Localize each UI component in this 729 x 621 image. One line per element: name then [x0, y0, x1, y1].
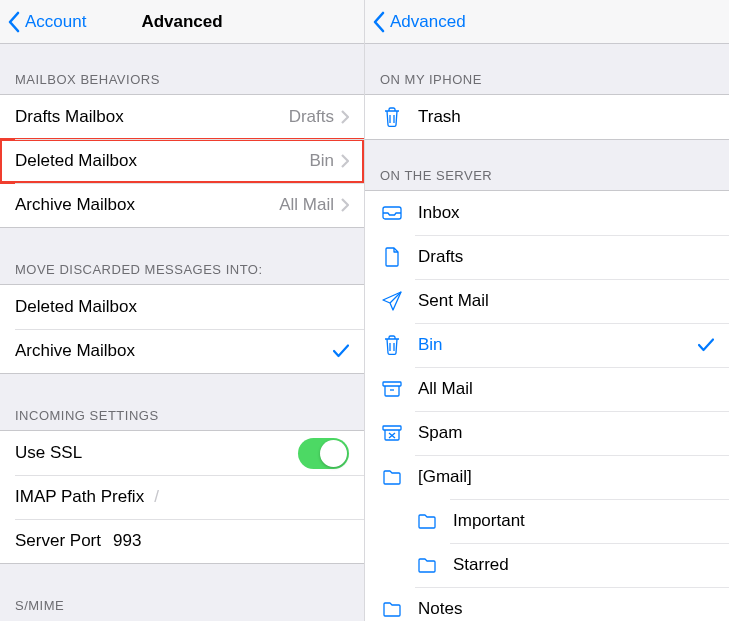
label: Bin	[418, 335, 443, 355]
mailbox-trash-local[interactable]: Trash	[365, 95, 729, 139]
use-ssl-switch[interactable]	[298, 438, 349, 469]
mailbox-picker-panel: Advanced ON MY IPHONE Trash ON THE SERVE…	[365, 0, 729, 621]
trash-icon	[380, 334, 404, 356]
section-header-discarded: MOVE DISCARDED MESSAGES INTO:	[0, 228, 364, 284]
label: IMAP Path Prefix	[15, 487, 144, 507]
inbox-icon	[380, 202, 404, 224]
chevron-right-icon	[341, 110, 349, 124]
mailbox-inbox[interactable]: Inbox	[365, 191, 729, 235]
navbar-left: Account Advanced	[0, 0, 364, 44]
row-imap-prefix[interactable]: IMAP Path Prefix /	[0, 475, 364, 519]
navbar-right: Advanced	[365, 0, 729, 44]
label: Use SSL	[15, 443, 82, 463]
label: Trash	[418, 107, 461, 127]
label: Important	[453, 511, 525, 531]
group-mailbox-behaviors: Drafts Mailbox Drafts Deleted Mailbox Bi…	[0, 94, 364, 228]
label: Spam	[418, 423, 462, 443]
row-archive-mailbox[interactable]: Archive Mailbox All Mail	[0, 183, 364, 227]
folder-icon	[380, 598, 404, 620]
mailbox-all-mail[interactable]: All Mail	[365, 367, 729, 411]
chevron-right-icon	[341, 154, 349, 168]
label: Deleted Mailbox	[15, 297, 137, 317]
section-header-incoming: INCOMING SETTINGS	[0, 374, 364, 430]
value: 993	[113, 531, 141, 551]
label: [Gmail]	[418, 467, 472, 487]
spam-icon	[380, 422, 404, 444]
archivebox-icon	[380, 378, 404, 400]
mailbox-sent[interactable]: Sent Mail	[365, 279, 729, 323]
section-header-on-the-server: ON THE SERVER	[365, 140, 729, 190]
back-label: Account	[25, 12, 86, 32]
section-header-smime: S/MIME	[0, 564, 364, 620]
mailbox-important[interactable]: Important	[365, 499, 729, 543]
value: Drafts	[289, 107, 334, 127]
back-to-advanced[interactable]: Advanced	[373, 11, 466, 33]
group-on-the-server: Inbox Drafts Sent Mail Bin	[365, 190, 729, 621]
paperplane-icon	[380, 290, 404, 312]
checkmark-icon	[333, 344, 349, 358]
row-deleted-mailbox[interactable]: Deleted Mailbox Bin	[0, 139, 364, 183]
label: Archive Mailbox	[15, 341, 135, 361]
folder-icon	[415, 554, 439, 576]
mailbox-notes[interactable]: Notes	[365, 587, 729, 621]
label: Server Port	[15, 531, 101, 551]
trash-icon	[380, 106, 404, 128]
label: Drafts	[418, 247, 463, 267]
mailbox-gmail[interactable]: [Gmail]	[365, 455, 729, 499]
label: Inbox	[418, 203, 460, 223]
value: Bin	[309, 151, 334, 171]
label: Archive Mailbox	[15, 195, 135, 215]
back-label: Advanced	[390, 12, 466, 32]
group-on-my-iphone: Trash	[365, 94, 729, 140]
row-discarded-deleted[interactable]: Deleted Mailbox	[0, 285, 364, 329]
row-discarded-archive[interactable]: Archive Mailbox	[0, 329, 364, 373]
section-header-on-my-iphone: ON MY IPHONE	[365, 44, 729, 94]
value: All Mail	[279, 195, 334, 215]
value: /	[154, 487, 159, 507]
document-icon	[380, 246, 404, 268]
chevron-left-icon	[373, 11, 386, 33]
chevron-left-icon	[8, 11, 21, 33]
group-discarded: Deleted Mailbox Archive Mailbox	[0, 284, 364, 374]
label: All Mail	[418, 379, 473, 399]
back-to-account[interactable]: Account	[8, 11, 86, 33]
mailbox-starred[interactable]: Starred	[365, 543, 729, 587]
row-use-ssl: Use SSL	[0, 431, 364, 475]
row-server-port[interactable]: Server Port 993	[0, 519, 364, 563]
label: Drafts Mailbox	[15, 107, 124, 127]
folder-icon	[415, 510, 439, 532]
row-drafts-mailbox[interactable]: Drafts Mailbox Drafts	[0, 95, 364, 139]
section-header-behaviors: MAILBOX BEHAVIORS	[0, 44, 364, 94]
group-incoming: Use SSL IMAP Path Prefix / Server Port 9…	[0, 430, 364, 564]
folder-icon	[380, 466, 404, 488]
label: Sent Mail	[418, 291, 489, 311]
mailbox-bin[interactable]: Bin	[365, 323, 729, 367]
label: Notes	[418, 599, 462, 619]
svg-rect-1	[383, 382, 401, 386]
label: Starred	[453, 555, 509, 575]
mailbox-drafts[interactable]: Drafts	[365, 235, 729, 279]
chevron-right-icon	[341, 198, 349, 212]
mailbox-spam[interactable]: Spam	[365, 411, 729, 455]
label: Deleted Mailbox	[15, 151, 137, 171]
checkmark-icon	[698, 338, 714, 352]
advanced-settings-panel: Account Advanced MAILBOX BEHAVIORS Draft…	[0, 0, 365, 621]
svg-rect-2	[383, 426, 401, 430]
